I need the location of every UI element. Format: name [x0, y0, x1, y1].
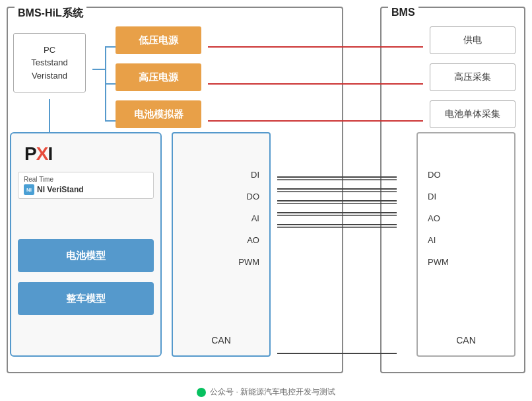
io-signals-left: DI DO AI AO PWM — [173, 170, 269, 267]
ai-signal-row: AI — [183, 213, 259, 223]
footer: 公众号 · 新能源汽车电控开发与测试 — [0, 386, 532, 398]
ni-veristand-label: NI NI VeriStand — [24, 184, 148, 195]
pwm-signal-row-right: PWM — [428, 257, 504, 267]
pwm-signal-row: PWM — [183, 257, 259, 267]
battery-simulator-box: 电池模拟器 — [116, 100, 201, 128]
pxi-logo: PXI — [24, 143, 52, 164]
low-voltage-power-box: 低压电源 — [116, 26, 201, 54]
pc-box: PCTeststandVeristand — [13, 33, 86, 92]
pc-box-text: PCTeststandVeristand — [31, 44, 68, 83]
ai-signal-row-right: AI — [428, 235, 504, 245]
bms-io-box: DO DI AO AI PWM CAN — [416, 132, 515, 357]
battery-model-box: 电池模型 — [18, 239, 154, 272]
di-signal-row: DI — [183, 170, 259, 180]
vehicle-model-box: 整车模型 — [18, 282, 154, 315]
footer-text: 公众号 · 新能源汽车电控开发与测试 — [210, 387, 335, 396]
io-signals-right: DO DI AO AI PWM — [418, 170, 514, 267]
ao-signal-row-right: AO — [428, 213, 504, 223]
do-signal-row: DO — [183, 192, 259, 201]
bms-title: BMS — [388, 7, 418, 18]
high-voltage-power-box: 高压电源 — [116, 63, 201, 91]
can-label-right: CAN — [418, 335, 514, 346]
high-voltage-collection-box: 高压采集 — [430, 63, 515, 91]
ao-signal-row: AO — [183, 235, 259, 245]
bms-hil-title: BMS-HiL系统 — [15, 7, 86, 20]
pxi-box: PXI Real Time NI NI VeriStand 电池模型 整车模型 — [10, 132, 162, 357]
ni-veristand-section: Real Time NI NI VeriStand — [18, 172, 154, 199]
power-supply-box: 供电 — [430, 26, 515, 54]
wechat-icon — [197, 388, 206, 397]
real-time-label: Real Time — [24, 176, 148, 183]
ni-icon: NI — [24, 184, 34, 195]
can-label-left: CAN — [173, 335, 269, 346]
power-boxes-group: 低压电源 高压电源 电池模拟器 — [116, 26, 201, 128]
bms-right-boxes-group: 供电 高压采集 电池单体采集 — [430, 26, 515, 128]
di-signal-row-right: DI — [428, 192, 504, 201]
io-box-middle: DI DO AI AO PWM CAN — [172, 132, 271, 357]
cell-collection-box: 电池单体采集 — [430, 100, 515, 128]
do-signal-row-right: DO — [428, 170, 504, 180]
